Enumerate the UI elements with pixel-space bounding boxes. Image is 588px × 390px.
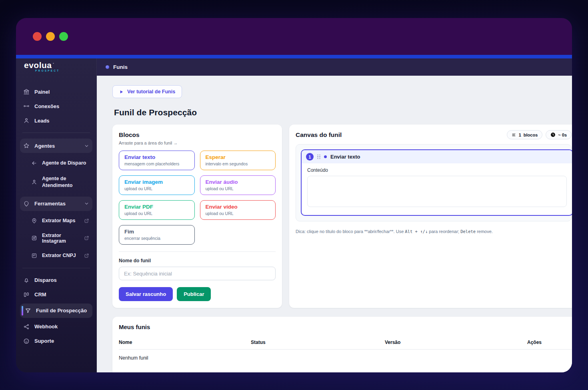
block-enviar-pdf[interactable]: Enviar PDF upload ou URL: [119, 200, 195, 220]
sidebar-item-agente-de-atendimento[interactable]: Agente de Atendimento: [20, 171, 92, 193]
blocks-card: Blocos Arraste para a área do funil → En…: [112, 125, 282, 308]
smile-icon: [23, 338, 30, 344]
chevron-down-icon: [84, 143, 89, 149]
shortcut-alt: Alt + ↑/↓: [405, 229, 428, 234]
sidebar-group-label: Ferramentas: [34, 201, 66, 207]
save-draft-button[interactable]: Salvar rascunho: [119, 287, 173, 301]
minimize-window-button[interactable]: [46, 32, 55, 41]
sidebar-item-painel[interactable]: Painel: [20, 84, 92, 99]
block-palette: Enviar texto mensagem com placeholders E…: [119, 151, 276, 245]
tutorial-button[interactable]: Ver tutorial de Funis: [112, 85, 182, 98]
block-enviar-audio[interactable]: Enviar áudio upload ou URL: [200, 175, 276, 195]
block-fim[interactable]: Fim encerrar sequência: [119, 225, 195, 245]
page-title: Funil de Prospecção: [114, 108, 572, 117]
sidebar-item-label: Funil de Prospecção: [36, 308, 87, 314]
list-icon: [512, 133, 516, 137]
block-number-badge: 1: [306, 153, 314, 161]
sidebar-item-label: Extrator CNPJ: [42, 253, 76, 258]
sidebar-item-funil-de-prospeccao[interactable]: Funil de Prospecção: [20, 304, 92, 318]
sidebar-item-extrator-instagram[interactable]: Extrator Instagram: [20, 229, 92, 248]
app-window: evolua´ PROSPECT Painel Conexões: [16, 18, 572, 372]
block-enviar-imagem[interactable]: Enviar imagem upload ou URL: [119, 175, 195, 195]
content-textarea[interactable]: [307, 176, 567, 207]
sidebar-item-webhook[interactable]: Webhook: [20, 320, 92, 334]
sidebar-divider: [22, 268, 90, 268]
window-titlebar: [16, 18, 572, 55]
tutorial-button-label: Ver tutorial de Funis: [127, 89, 175, 94]
table-row: Nenhum funil: [119, 350, 572, 361]
duration-badge: ~ 0s: [546, 130, 572, 139]
close-window-button[interactable]: [33, 32, 42, 41]
sidebar-item-disparos[interactable]: Disparos: [20, 273, 92, 287]
blocks-count: 1: [519, 133, 521, 137]
sidebar-item-leads[interactable]: Leads: [20, 113, 92, 128]
funnel-name-input[interactable]: [119, 267, 276, 280]
brand-name: evolua´: [24, 61, 52, 70]
content-label: Conteúdo: [307, 167, 567, 173]
user-icon: [31, 179, 37, 185]
sidebar-item-suporte[interactable]: Suporte: [20, 334, 92, 348]
star-icon: [23, 143, 30, 149]
sidebar-item-extrator-maps[interactable]: Extrator Maps: [20, 214, 92, 228]
document-icon: [31, 253, 37, 259]
funnels-table: Nome Status Versão Ações Nenhum funil: [119, 336, 572, 361]
topbar-title: Funis: [113, 64, 128, 70]
sidebar-item-label: Agente de Disparo: [42, 160, 86, 167]
block-subtitle: mensagem com placeholders: [124, 161, 189, 166]
brand-logo: evolua´ PROSPECT: [16, 58, 96, 76]
map-pin-icon: [31, 218, 37, 224]
drag-handle-icon[interactable]: [317, 155, 320, 159]
blocks-card-subtitle: Arraste para a área do funil →: [119, 141, 276, 145]
landmark-icon: [23, 88, 30, 95]
chevron-down-icon: [84, 201, 89, 206]
sidebar-item-label: Suporte: [34, 338, 54, 344]
sidebar-item-conexoes[interactable]: Conexões: [20, 99, 92, 113]
block-subtitle: upload ou URL: [206, 186, 270, 191]
sidebar-nav: Painel Conexões Leads: [16, 76, 96, 372]
external-link-icon: [84, 253, 89, 258]
brand-mark: ´: [53, 60, 54, 69]
block-title: Enviar imagem: [124, 179, 189, 185]
block-enviar-texto[interactable]: Enviar texto mensagem com placeholders: [119, 151, 195, 170]
sidebar-group-ferramentas[interactable]: Ferramentas: [20, 197, 92, 211]
funnel-name-label: Nome do funil: [119, 258, 276, 263]
arrow-left-icon: [31, 160, 37, 166]
main-content: Ver tutorial de Funis Funil de Prospecçã…: [97, 76, 572, 372]
funnel-drop-area[interactable]: 1 Enviar texto Conteúdo: [296, 144, 572, 221]
sidebar-item-label: Agente de Atendimento: [42, 175, 84, 189]
share-icon: [23, 324, 30, 330]
empty-state-message: Nenhum funil: [119, 350, 572, 361]
sidebar-group-agentes[interactable]: Agentes: [20, 139, 92, 153]
sidebar: evolua´ PROSPECT Painel Conexões: [16, 58, 97, 372]
blocks-count-label: blocos: [524, 133, 538, 137]
sidebar-item-label: Leads: [34, 118, 50, 124]
status-dot-icon: [106, 65, 109, 69]
sidebar-item-label: Painel: [34, 89, 50, 95]
sidebar-item-extrator-cnpj[interactable]: Extrator CNPJ: [20, 249, 92, 263]
sidebar-item-crm[interactable]: CRM: [20, 287, 92, 302]
zoom-window-button[interactable]: [59, 32, 68, 41]
kanban-icon: [23, 291, 30, 298]
block-enviar-video[interactable]: Enviar vídeo upload ou URL: [200, 200, 276, 220]
publish-button[interactable]: Publicar: [177, 287, 211, 301]
divider: [119, 251, 276, 252]
bullet-dot-icon: [324, 155, 327, 158]
pin-icon: [23, 201, 30, 207]
bell-icon: [23, 277, 30, 283]
my-funnels-card: Meus funis Nome Status Versão Ações: [112, 317, 572, 372]
block-esperar[interactable]: Esperar intervalo em segundos: [200, 151, 276, 170]
my-funnels-title: Meus funis: [119, 324, 572, 330]
sidebar-item-label: Extrator Maps: [42, 218, 75, 223]
block-title: Fim: [124, 229, 189, 235]
sidebar-item-label: Webhook: [34, 324, 58, 330]
sidebar-divider: [22, 133, 90, 133]
shortcut-delete: Delete: [460, 229, 476, 234]
block-title: Enviar vídeo: [206, 204, 270, 210]
sidebar-item-agente-de-disparo[interactable]: Agente de Disparo: [20, 156, 92, 171]
canvas-tip: Dica: clique no título do bloco para **a…: [296, 229, 572, 234]
sidebar-item-label: Conexões: [34, 103, 59, 109]
play-icon: [119, 90, 124, 94]
clock-icon: [550, 132, 556, 137]
canvas-block-header[interactable]: 1 Enviar texto: [302, 150, 572, 163]
column-header-status: Status: [251, 336, 385, 350]
